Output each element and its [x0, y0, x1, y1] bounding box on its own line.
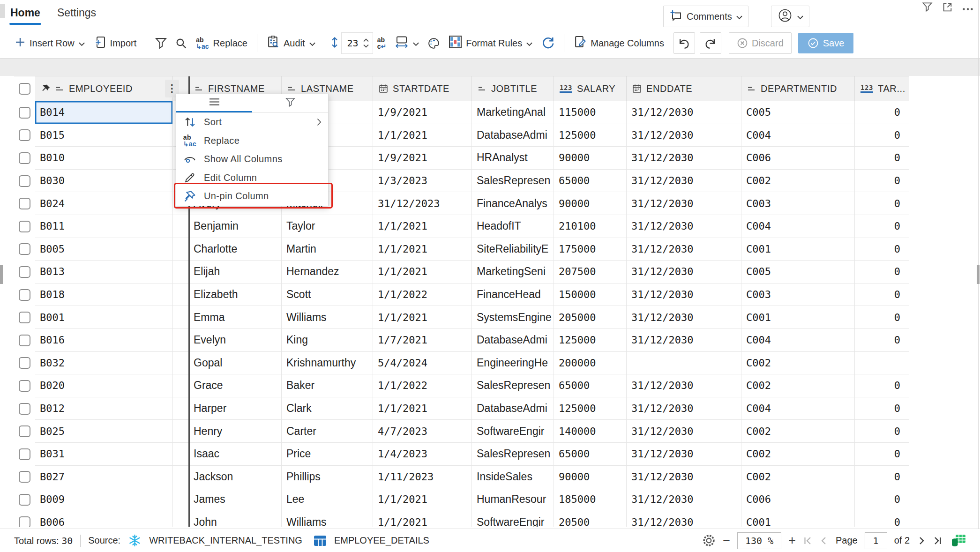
row-checkbox[interactable] [19, 357, 30, 369]
cell-firstname[interactable]: John [189, 511, 282, 527]
row-checkbox[interactable] [19, 198, 30, 209]
cell-startdate[interactable]: 1/1/2021 [373, 238, 472, 261]
cell-firstname[interactable]: Evelyn [189, 329, 282, 352]
cell-firstname[interactable]: Benjamin [189, 215, 282, 238]
tab-settings[interactable]: Settings [57, 7, 96, 19]
cell-enddate[interactable]: 31/12/2030 [627, 147, 741, 170]
cell-firstname[interactable]: James [189, 488, 282, 511]
column-header-jobtitle[interactable]: JOBTITLE [472, 76, 554, 101]
cell-jobtitle[interactable]: SalesRepresen [472, 374, 554, 397]
row-checkbox[interactable] [19, 152, 30, 164]
cell-enddate[interactable]: 31/12/2030 [627, 329, 741, 352]
cell-employeeid[interactable]: B027 [35, 466, 173, 489]
wrap-text-button[interactable]: abc↵ [373, 32, 391, 54]
row-checkbox[interactable] [19, 494, 30, 506]
cell-enddate[interactable]: 31/12/2030 [627, 283, 741, 306]
next-page-button[interactable] [917, 536, 926, 545]
cell-enddate[interactable]: 31/12/2030 [627, 192, 741, 215]
cell-lastname[interactable]: Hernandez [282, 261, 373, 283]
column-header-enddate[interactable]: ENDDATE [627, 76, 741, 101]
cell-tar[interactable]: 0 [855, 101, 909, 124]
cell-departmentid[interactable]: C005 [741, 261, 855, 283]
cell-jobtitle[interactable]: DatabaseAdmi [472, 329, 554, 352]
cell-salary[interactable]: 140000 [554, 420, 627, 443]
cell-enddate[interactable]: 31/12/2030 [627, 261, 741, 283]
cell-jobtitle[interactable]: MarketingSeni [472, 261, 554, 283]
cell-salary[interactable]: 150000 [554, 283, 627, 306]
cell-employeeid[interactable]: B031 [35, 443, 173, 466]
color-palette-button[interactable] [423, 32, 444, 54]
cell-employeeid[interactable]: B001 [35, 306, 173, 329]
audit-button[interactable]: Audit [262, 32, 320, 54]
cell-salary[interactable]: 125000 [554, 397, 627, 420]
cell-tar[interactable] [855, 352, 909, 375]
cell-departmentid[interactable]: C003 [741, 283, 855, 306]
menu-tab-filter[interactable] [252, 94, 328, 112]
cell-firstname[interactable]: Harper [189, 397, 282, 420]
menu-item-unpin-column[interactable]: Un-pin Column [176, 187, 328, 206]
column-header-departmentid[interactable]: DEPARTMENTID [741, 76, 855, 101]
cell-jobtitle[interactable]: HRAnalyst [472, 147, 554, 170]
more-options-icon[interactable] [962, 4, 973, 13]
menu-item-edit-column[interactable]: Edit Column [176, 169, 328, 187]
row-height-stepper[interactable]: 23 [341, 32, 373, 54]
cell-employeeid[interactable]: B006 [35, 511, 173, 527]
cell-jobtitle[interactable]: SalesRepresen [472, 443, 554, 466]
cell-jobtitle[interactable]: DatabaseAdmi [472, 397, 554, 420]
cell-firstname[interactable]: Gopal [189, 352, 282, 375]
column-header-startdate[interactable]: STARTDATE [373, 76, 472, 101]
row-checkbox[interactable] [19, 129, 30, 141]
cell-employeeid[interactable]: B009 [35, 488, 173, 511]
cell-startdate[interactable]: 1/1/2021 [373, 215, 472, 238]
cell-salary[interactable]: 207500 [554, 261, 627, 283]
cell-lastname[interactable]: King [282, 329, 373, 352]
search-button[interactable] [171, 32, 191, 54]
cell-tar[interactable]: 0 [855, 306, 909, 329]
cell-firstname[interactable]: Isaac [189, 443, 282, 466]
cell-startdate[interactable]: 1/11/2023 [373, 466, 472, 489]
cell-startdate[interactable]: 5/4/2024 [373, 352, 472, 375]
zoom-in-button[interactable]: + [788, 534, 796, 547]
cell-employeeid[interactable]: B011 [35, 215, 173, 238]
cell-startdate[interactable]: 1/3/2023 [373, 170, 472, 193]
cell-salary[interactable]: 185000 [554, 488, 627, 511]
cell-employeeid[interactable]: B024 [35, 192, 173, 215]
row-checkbox[interactable] [19, 107, 30, 119]
cell-enddate[interactable]: 31/12/2030 [627, 374, 741, 397]
cell-employeeid[interactable]: B016 [35, 329, 173, 352]
column-width-button[interactable] [390, 32, 423, 54]
cell-jobtitle[interactable]: FinanceAnalys [472, 192, 554, 215]
cell-employeeid[interactable]: B030 [35, 170, 173, 193]
cell-salary[interactable]: 200000 [554, 352, 627, 375]
cell-startdate[interactable]: 31/12/2023 [373, 192, 472, 215]
cell-enddate[interactable]: 31/12/2030 [627, 443, 741, 466]
cell-jobtitle[interactable]: DatabaseAdmi [472, 124, 554, 147]
cell-departmentid[interactable]: C005 [741, 101, 855, 124]
cell-lastname[interactable]: Carter [282, 420, 373, 443]
cell-tar[interactable]: 0 [855, 283, 909, 306]
cell-enddate[interactable]: 31/12/2030 [627, 101, 741, 124]
cell-salary[interactable]: 175000 [554, 238, 627, 261]
cell-employeeid[interactable]: B032 [35, 352, 173, 375]
cell-enddate[interactable]: 31/12/2030 [627, 124, 741, 147]
cell-startdate[interactable]: 1/1/2021 [373, 124, 472, 147]
cell-employeeid[interactable]: B015 [35, 124, 173, 147]
row-checkbox[interactable] [19, 266, 30, 278]
cell-employeeid[interactable]: B014 [35, 101, 173, 124]
cell-jobtitle[interactable]: EngineeringHe [472, 352, 554, 375]
cell-employeeid[interactable]: B020 [35, 374, 173, 397]
filter-button[interactable] [151, 32, 171, 54]
row-checkbox[interactable] [19, 312, 30, 323]
cell-lastname[interactable]: Phillips [282, 466, 373, 489]
cell-departmentid[interactable]: C001 [741, 511, 855, 527]
column-header-tar[interactable]: 123TAR... [855, 76, 909, 101]
menu-item-sort[interactable]: Sort [176, 113, 328, 132]
vertical-scrollbar-thumb[interactable] [977, 265, 980, 284]
row-checkbox[interactable] [19, 425, 30, 437]
row-checkbox[interactable] [19, 380, 30, 392]
previous-page-button[interactable] [819, 536, 829, 545]
first-page-button[interactable] [803, 536, 812, 545]
cell-departmentid[interactable]: C002 [741, 443, 855, 466]
menu-item-show-all-columns[interactable]: Show All Columns [176, 150, 328, 169]
cell-departmentid[interactable]: C002 [741, 374, 855, 397]
